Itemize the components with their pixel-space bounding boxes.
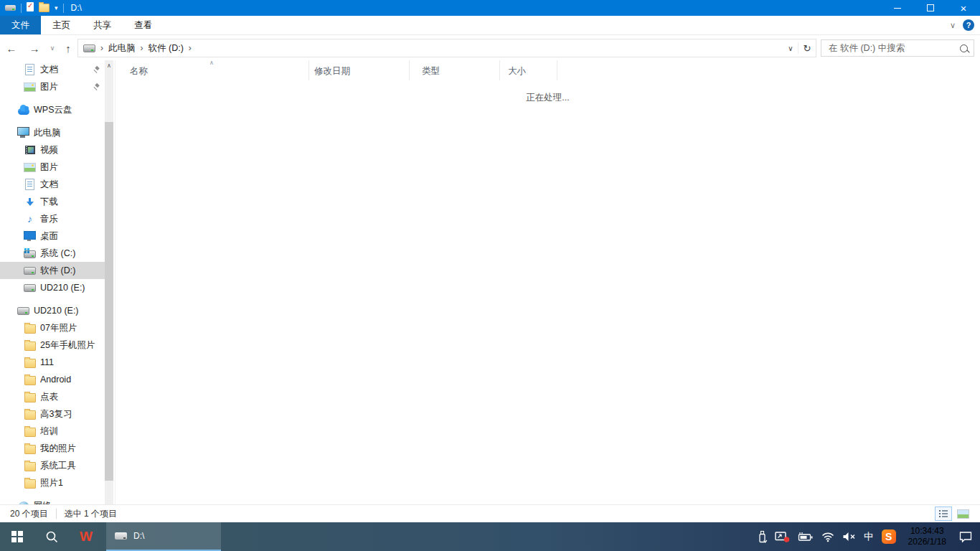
music-icon	[24, 214, 36, 225]
sidebar-item[interactable]: 软件 (D:)	[0, 262, 105, 279]
recent-locations-dropdown[interactable]: ∨	[46, 38, 59, 58]
quick-access-toolbar: ▾ D:\	[0, 2, 881, 14]
search-input[interactable]	[827, 42, 956, 54]
ribbon-tab[interactable]: 共享	[82, 16, 123, 34]
volume-muted-icon[interactable]	[842, 532, 856, 542]
sidebar-item[interactable]: 视频	[0, 141, 105, 159]
breadcrumb-separator-icon[interactable]: ›	[95, 43, 108, 53]
sogou-input-icon[interactable]: S	[882, 529, 896, 544]
column-header[interactable]: 名称∧	[116, 60, 309, 80]
task-label: D:\	[133, 531, 144, 541]
address-bar[interactable]: ›此电脑›软件 (D:)› ∨ ↻	[77, 39, 816, 57]
sidebar-item[interactable]: 系统工具	[0, 457, 105, 474]
column-header[interactable]: 大小	[500, 60, 557, 80]
sidebar-item[interactable]: 系统 (C:)	[0, 245, 105, 262]
drive-system-icon	[24, 248, 36, 258]
forward-button[interactable]: →	[23, 38, 46, 58]
up-icon: ↑	[65, 42, 71, 55]
address-dropdown-button[interactable]: ∨	[783, 40, 798, 56]
ribbon-tab[interactable]: 查看	[123, 16, 164, 34]
sidebar-item-label: 桌面	[40, 230, 58, 242]
explorer-task-button[interactable]: D:\	[106, 522, 221, 551]
sidebar-item[interactable]: UD210 (E:)	[0, 279, 105, 296]
qat-properties-button[interactable]	[27, 2, 34, 14]
download-icon	[24, 197, 36, 207]
sidebar-item[interactable]: 高3复习	[0, 405, 105, 423]
chevron-down-icon: ▾	[55, 4, 58, 11]
close-icon: ×	[961, 3, 967, 14]
action-center-icon[interactable]	[958, 531, 973, 542]
sidebar-item-label: 高3复习	[40, 408, 72, 420]
sidebar-item[interactable]: 下载	[0, 193, 105, 210]
system-tray: 中 S 10:34:43 2026/1/18	[758, 522, 980, 551]
help-button[interactable]: ?	[963, 19, 974, 31]
sidebar-item[interactable]: Android	[0, 371, 105, 388]
sidebar-item[interactable]: 照片1	[0, 474, 105, 491]
sidebar-item[interactable]: 培训	[0, 423, 105, 440]
power-battery-icon[interactable]	[798, 532, 814, 542]
start-button[interactable]	[0, 522, 34, 551]
breadcrumb-separator-icon[interactable]: ›	[136, 43, 149, 53]
scroll-up-icon[interactable]: ∧	[105, 60, 113, 71]
sidebar-item[interactable]: 图片	[0, 159, 105, 176]
column-header[interactable]: 修改日期	[309, 60, 410, 80]
sidebar-item[interactable]: 文档	[0, 176, 105, 193]
up-button[interactable]: ↑	[59, 38, 77, 58]
sidebar-item[interactable]: 此电脑	[0, 124, 105, 141]
sidebar-item-label: 系统工具	[40, 460, 76, 472]
document-icon	[24, 64, 36, 75]
back-button[interactable]: ←	[0, 38, 23, 58]
window-title: D:\	[71, 3, 82, 13]
drive-icon	[24, 284, 36, 292]
ribbon-tab[interactable]: 文件	[0, 16, 41, 34]
sidebar-item[interactable]: 111	[0, 354, 105, 371]
sidebar-item[interactable]: 我的照片	[0, 440, 105, 457]
column-header-label: 修改日期	[314, 66, 350, 76]
details-view-button[interactable]	[935, 507, 952, 521]
sidebar-item[interactable]: 07年照片	[0, 319, 105, 336]
usb-device-icon[interactable]	[758, 530, 767, 544]
taskbar-clock[interactable]: 10:34:43 2026/1/18	[908, 526, 946, 547]
scrollbar-thumb[interactable]	[105, 122, 113, 481]
wps-taskbar-button[interactable]: W	[69, 522, 103, 551]
sidebar-item-label: 图片	[40, 81, 58, 93]
taskbar: W D:\ 中 S 10:34:43	[0, 522, 980, 551]
close-button[interactable]: ×	[947, 0, 980, 16]
ribbon-tab[interactable]: 主页	[41, 16, 82, 34]
qat-customize-dropdown[interactable]: ▾	[55, 4, 58, 11]
taskbar-search-button[interactable]	[34, 522, 69, 551]
sidebar-item[interactable]: 文档	[0, 61, 105, 78]
wifi-icon[interactable]	[821, 532, 834, 542]
thumbnail-view-icon	[957, 509, 969, 519]
sidebar-item[interactable]: 点表	[0, 388, 105, 405]
sidebar-item[interactable]: UD210 (E:)	[0, 302, 105, 319]
chevron-down-icon: ∨	[788, 44, 793, 52]
ime-indicator[interactable]: 中	[864, 530, 874, 543]
sidebar-item-label: 系统 (C:)	[40, 248, 75, 260]
sidebar-item[interactable]: 图片	[0, 78, 105, 95]
minimize-button[interactable]	[881, 0, 914, 16]
navigation-pane: 文档图片WPS云盘此电脑视频图片文档下载音乐桌面系统 (C:)软件 (D:)UD…	[0, 60, 115, 534]
ribbon-right-controls: ∨ ?	[950, 16, 980, 34]
refresh-button[interactable]: ↻	[798, 40, 816, 56]
qat-new-folder-button[interactable]	[39, 2, 50, 14]
thumbnail-view-button[interactable]	[954, 507, 971, 521]
sidebar-item[interactable]: 25年手机照片	[0, 336, 105, 354]
selection-count: 选中 1 个项目	[65, 508, 117, 520]
window-controls: ×	[881, 0, 980, 16]
breadcrumb-separator-icon[interactable]: ›	[184, 43, 197, 53]
folder-icon	[24, 461, 36, 471]
sidebar-item[interactable]: 桌面	[0, 227, 105, 245]
sidebar-item[interactable]: 音乐	[0, 210, 105, 227]
picture-icon	[24, 163, 36, 172]
column-header[interactable]: 类型	[410, 60, 500, 80]
sidebar-item-label: 文档	[40, 64, 58, 76]
sidebar-item[interactable]: WPS云盘	[0, 101, 105, 118]
column-header-label: 类型	[422, 66, 440, 76]
restore-button[interactable]	[914, 0, 947, 16]
sidebar-scrollbar[interactable]: ∧ ∨	[105, 60, 113, 534]
collapse-ribbon-button[interactable]: ∨	[950, 21, 956, 30]
breadcrumb-segment[interactable]: 软件 (D:)	[149, 42, 184, 55]
display-notification-icon[interactable]	[775, 531, 790, 543]
breadcrumb-segment[interactable]: 此电脑	[108, 42, 136, 55]
